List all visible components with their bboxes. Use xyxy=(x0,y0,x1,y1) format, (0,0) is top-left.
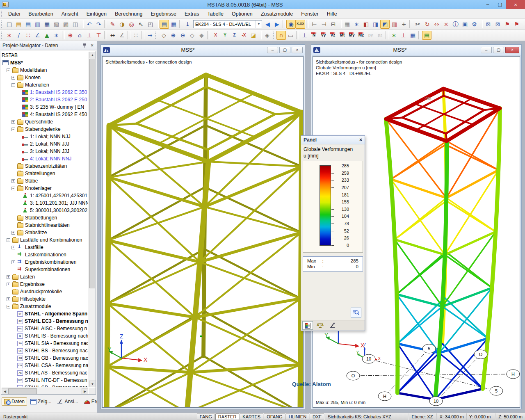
panel-titlebar[interactable]: Panel × xyxy=(301,136,365,144)
tree-item-stahl[interactable]: ISSTAHL IS - Bemessung nach xyxy=(2,332,88,340)
connect-members-button[interactable]: ▦ xyxy=(342,20,352,29)
tree-item-4[interactable]: 4: Baustahl IS 2062 E 450 xyxy=(2,111,88,118)
result-My-button[interactable]: My xyxy=(347,31,356,40)
menu-berechnung[interactable]: Berechnung xyxy=(111,10,146,18)
scroll-left-icon[interactable]: ◀ xyxy=(2,388,8,395)
export-flag-3-button[interactable]: ⚑ xyxy=(502,20,512,29)
check-crossings-button[interactable]: ◧ xyxy=(361,20,371,29)
panel-tab-factors[interactable] xyxy=(315,321,325,330)
renumber-button[interactable]: ∗ xyxy=(352,20,361,29)
child-close-button[interactable]: × xyxy=(292,47,303,53)
undo-button[interactable]: ↶ xyxy=(84,20,94,29)
expand-icon[interactable]: + xyxy=(11,120,15,124)
perspective-view-button[interactable]: ◆ xyxy=(197,31,206,40)
collapse-icon[interactable]: − xyxy=(7,238,10,242)
toolbar-grip[interactable] xyxy=(1,32,4,39)
tree-item-stahl[interactable]: GBSTAHL GB - Bemessung nac xyxy=(2,354,88,362)
close-button[interactable]: × xyxy=(506,0,525,9)
tree-item-modelldaten[interactable]: −Modelldaten xyxy=(2,66,88,74)
toolbar-grip[interactable] xyxy=(155,32,158,39)
center-view-button[interactable]: ◎ xyxy=(127,20,136,29)
result-Mz-button[interactable]: Mz xyxy=(356,31,366,40)
panel-toggle-button[interactable]: ▤ xyxy=(422,31,431,40)
member-polyline-button[interactable]: ∠ xyxy=(33,31,42,40)
expand-icon[interactable]: + xyxy=(11,231,15,235)
scrollbar-thumb[interactable] xyxy=(8,388,37,394)
menu-hilfe[interactable]: Hilfe xyxy=(323,10,341,18)
export-flag-1-button[interactable]: ⊠ xyxy=(484,20,493,29)
result-Vy-button[interactable]: Vy xyxy=(319,31,328,40)
cut-button[interactable]: ✂ xyxy=(413,20,422,29)
edit-member-button[interactable]: ∗ xyxy=(52,31,61,40)
tree-item-stahl[interactable]: BSSTAHL BS - Bemessung nac xyxy=(2,347,88,354)
child-close-button[interactable]: × xyxy=(505,47,519,53)
info-button[interactable]: ⓘ xyxy=(451,20,460,29)
collapse-icon[interactable]: − xyxy=(11,187,15,190)
minimize-button[interactable]: – xyxy=(482,1,494,8)
loadcase-to-graphic-button[interactable]: ↓ xyxy=(183,20,192,29)
status-toggle-dxf[interactable]: DXF xyxy=(310,413,324,420)
tree-item-lastkombinationen[interactable]: Lastkombinationen xyxy=(2,251,88,258)
member-hinges-button[interactable]: ⊢ xyxy=(310,20,319,29)
navigator-close-icon[interactable]: × xyxy=(90,43,94,48)
view-minus-x-button[interactable]: -X xyxy=(239,31,249,40)
tree-item-stahl[interactable]: SIASTAHL SIA - Bemessung nac xyxy=(2,340,88,347)
tree-item-rstab[interactable]: RSTAB xyxy=(2,52,88,59)
tree-item-materialien[interactable]: −Materialien xyxy=(2,81,88,89)
result-Mt-button[interactable]: Mt xyxy=(338,31,347,40)
child-minimize-button[interactable]: – xyxy=(481,47,492,53)
tree-item-stabsätze[interactable]: +Stabsätze xyxy=(2,229,88,236)
loadcase-combo[interactable]: EK204 - SLS 4 - DL+WL/EL▼ xyxy=(193,20,262,28)
tree-item-stahl[interactable]: ECSTAHL EC3 - Bemessung na xyxy=(2,317,88,325)
menu-tabelle[interactable]: Tabelle xyxy=(203,10,228,18)
tree-vertical-scrollbar[interactable]: ▲ ▼ xyxy=(89,52,96,387)
save-button[interactable]: ▦ xyxy=(42,20,52,29)
module-options-button[interactable]: ▣ xyxy=(460,20,470,29)
delete-button[interactable]: × xyxy=(441,20,451,29)
pin-icon[interactable] xyxy=(83,43,87,48)
collapse-icon[interactable]: − xyxy=(7,68,10,72)
menu-ergebnisse[interactable]: Ergebnisse xyxy=(146,10,180,18)
tree-item-stabbettungen[interactable]: Stabbettungen xyxy=(2,214,88,221)
new-support-button[interactable]: ▲ xyxy=(42,31,52,40)
result-tables-button[interactable]: ▦ xyxy=(408,31,418,40)
pick-cursor-button[interactable]: ↖ xyxy=(136,20,146,29)
tree-item-lastfälle[interactable]: +Lastfälle xyxy=(2,244,88,251)
tree-item-stahl[interactable]: NTCSTAHL NTC-DF - Bemessun xyxy=(2,377,88,384)
tree-item-stahl[interactable]: AISCSTAHL AISC - Bemessung n xyxy=(2,325,88,332)
expand-icon[interactable]: + xyxy=(7,275,10,279)
child-minimize-button[interactable]: – xyxy=(267,47,278,53)
new-node-button[interactable]: ∗ xyxy=(5,31,14,40)
expand-icon[interactable]: + xyxy=(7,283,10,286)
grid-points-button[interactable]: ∷ xyxy=(131,31,141,40)
tree-item-1[interactable]: 1: 425001,425201,425301; xyxy=(2,192,88,199)
tree-item-lastfälle[interactable]: −Lastfälle und Kombinationen xyxy=(2,236,88,244)
check-doubles-button[interactable]: ◨ xyxy=(371,20,380,29)
tree-item-stabteilungen[interactable]: Stabteilungen xyxy=(2,170,88,177)
restore-button[interactable]: ▢ xyxy=(494,1,506,8)
show-results-button[interactable]: ◉ xyxy=(286,20,296,29)
scrollbar-track[interactable] xyxy=(37,388,82,394)
new-model-button[interactable]: □ xyxy=(5,20,14,29)
tree-item-knotenlager[interactable]: −Knotenlager xyxy=(2,185,88,192)
scroll-up-icon[interactable]: ▲ xyxy=(89,52,96,58)
export-flag-4-button[interactable]: ⚑ xyxy=(512,20,521,29)
edit-mode-button[interactable]: ✎ xyxy=(108,20,117,29)
open-project-button[interactable]: ▤ xyxy=(23,20,33,29)
member-divisions-button[interactable]: ⊟ xyxy=(329,20,338,29)
status-toggle-kartes[interactable]: KARTES xyxy=(240,413,263,420)
result-Vz-button[interactable]: Vz xyxy=(328,31,338,40)
child-restore-button[interactable]: ▢ xyxy=(493,47,504,53)
tree-item-stäbe[interactable]: +Stäbe xyxy=(2,177,88,185)
menu-fenster[interactable]: Fenster xyxy=(297,10,322,18)
node-grid-button[interactable]: ∷ xyxy=(23,31,33,40)
tree-item-stahl[interactable]: STSTAHL - Allgemeine Spann xyxy=(2,310,88,317)
menu-optionen[interactable]: Optionen xyxy=(228,10,257,18)
tree-horizontal-scrollbar[interactable]: ◀ ▶ xyxy=(2,388,88,394)
menu-datei[interactable]: Datei xyxy=(4,10,24,18)
tree-item-1[interactable]: 1: Lokal; NNN NJJ xyxy=(2,133,88,140)
panel-tab-filter[interactable] xyxy=(327,321,338,330)
results-window-titlebar[interactable]: MSS* – ▢ × xyxy=(311,45,521,55)
tree-item-3[interactable]: 3: S 235 W- dummy | EN xyxy=(2,103,88,111)
collapse-icon[interactable]: − xyxy=(7,305,10,308)
